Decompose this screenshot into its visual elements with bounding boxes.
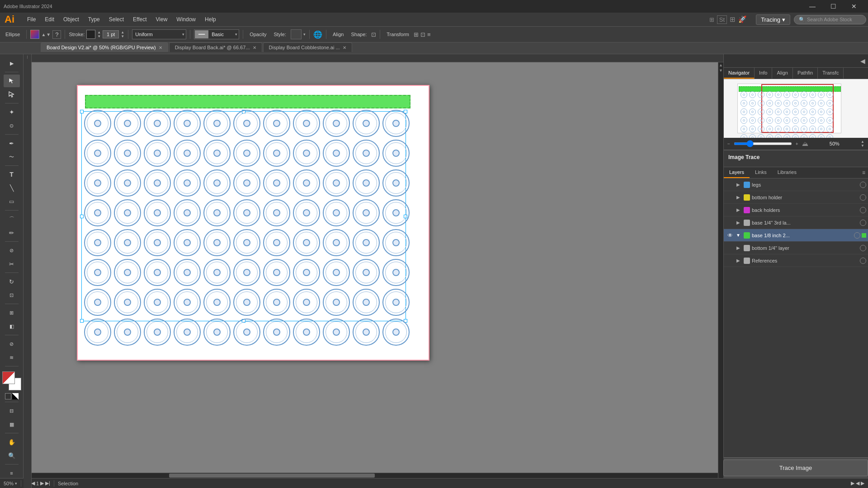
pen-tool[interactable]: ✒ — [4, 137, 20, 150]
zoom-val-up[interactable]: ▲ — [861, 140, 864, 144]
eraser-tool[interactable]: ⊘ — [4, 244, 20, 257]
layer-expand-legs[interactable]: ▶ — [735, 181, 742, 188]
layer-vis-base14-3rd[interactable] — [726, 218, 735, 227]
timeline-scroll-left[interactable]: ◀ — [856, 480, 859, 486]
layer-expand-bottom-holder[interactable]: ▶ — [735, 194, 742, 201]
minimize-button[interactable]: — — [802, 0, 823, 13]
layer-vis-back-holders[interactable] — [726, 206, 735, 215]
horizontal-scrollbar[interactable] — [32, 473, 718, 478]
earth-icon[interactable]: 🌐 — [313, 30, 322, 39]
question-icon[interactable]: ? — [52, 30, 61, 39]
layer-vis-legs[interactable] — [726, 180, 735, 189]
tab-0-close[interactable]: ✕ — [159, 45, 162, 50]
trace-image-button[interactable]: Trace Image — [723, 460, 868, 476]
fill-color-box[interactable] — [30, 30, 39, 39]
layer-expand-base14-3rd[interactable]: ▶ — [735, 219, 742, 226]
menu-file[interactable]: File — [23, 14, 40, 24]
zoom-slider[interactable] — [734, 142, 792, 145]
tab-1[interactable]: Display Board Back.ai* @ 66.67... ✕ — [169, 42, 262, 52]
fill-type-selector[interactable]: ━━ Basic ▾ — [194, 29, 239, 39]
measure-tool[interactable]: ≋ — [4, 351, 20, 364]
tab-layers[interactable]: Layers — [724, 167, 750, 178]
style-color-box[interactable] — [291, 29, 302, 39]
tab-libraries[interactable]: Libraries — [772, 167, 802, 178]
fill-type-dropdown[interactable]: ▾ — [234, 32, 239, 37]
rotate-tool[interactable]: ↻ — [4, 275, 20, 288]
tracing-button[interactable]: Tracing ▾ — [756, 14, 790, 25]
tab-info[interactable]: Info — [755, 68, 772, 79]
magic-wand-tool[interactable]: ✦ — [4, 106, 20, 118]
tab-transform[interactable]: Transfc — [818, 68, 844, 79]
stock-search[interactable]: 🔍 Search Adobe Stock — [794, 15, 866, 24]
close-button[interactable]: ✕ — [844, 0, 864, 13]
tab-align[interactable]: Align — [772, 68, 793, 79]
sel-handle-bl[interactable] — [80, 319, 84, 323]
artboard-tool[interactable]: ⊟ — [4, 404, 20, 417]
fill-arrow-down[interactable]: ▼ — [46, 32, 51, 37]
layer-expand-references[interactable]: ▶ — [735, 257, 742, 264]
layer-item-base18-2[interactable]: 👁 ▼ base 1/8 inch 2... — [724, 229, 868, 242]
artboard-last[interactable]: ▶| — [45, 480, 50, 486]
expand-tools[interactable]: ≡ — [4, 467, 20, 479]
menu-object[interactable]: Object — [59, 14, 84, 24]
tab-links[interactable]: Links — [750, 167, 772, 178]
scale-tool[interactable]: ⊡ — [4, 289, 20, 301]
stroke-type-selector[interactable]: Uniform ▾ — [132, 29, 186, 39]
color-mode-bw[interactable] — [12, 393, 19, 399]
stroke-arrow-up[interactable]: ▲ — [97, 30, 101, 34]
layer-vis-base18-2[interactable]: 👁 — [726, 231, 735, 240]
play-icon[interactable]: ▶ — [851, 480, 854, 486]
paintbrush-tool[interactable]: ⌒ — [4, 213, 20, 225]
stroke-pt-up[interactable]: ▲ — [121, 30, 124, 34]
style-dropdown[interactable]: ▾ — [303, 32, 306, 37]
fill-arrow-up[interactable]: ▲ — [41, 32, 46, 37]
tab-1-close[interactable]: ✕ — [253, 45, 256, 50]
artboard-next[interactable]: ▶ — [40, 480, 44, 486]
tab-2-close[interactable]: ✕ — [343, 45, 346, 50]
layer-vis-bottom14[interactable] — [726, 244, 735, 253]
panel-toggle-top[interactable]: ▶ — [4, 57, 20, 70]
layer-item-legs[interactable]: ▶ legs — [724, 178, 868, 191]
tab-navigator[interactable]: Navigator — [724, 68, 755, 79]
menu-help[interactable]: Help — [200, 14, 221, 24]
vertical-scrollbar[interactable]: ▲ ▼ — [718, 62, 723, 483]
zoom-tool[interactable]: 🔍 — [4, 449, 20, 462]
shape-builder-tool[interactable]: ⊞ — [4, 306, 20, 319]
menu-view[interactable]: View — [151, 14, 172, 24]
stroke-width-input[interactable] — [103, 30, 119, 38]
layer-item-references[interactable]: ▶ References — [724, 254, 868, 267]
stroke-color-box[interactable] — [86, 30, 95, 39]
artboard-prev[interactable]: ◀ — [31, 480, 35, 486]
transform-icon[interactable]: ⊞ — [414, 31, 419, 38]
layer-vis-references[interactable] — [726, 256, 735, 265]
layer-expand-bottom14[interactable]: ▶ — [735, 244, 742, 252]
layer-expand-back-holders[interactable]: ▶ — [735, 206, 742, 214]
collapse-panel-btn[interactable]: ◀ — [860, 57, 865, 65]
fill-well[interactable] — [2, 371, 15, 384]
color-mode-none[interactable] — [5, 393, 11, 399]
lasso-tool[interactable]: ⊙ — [4, 119, 20, 132]
zoom-in-icon[interactable]: + — [796, 141, 798, 146]
timeline-scroll-right[interactable]: ▶ — [861, 480, 864, 486]
menu-select[interactable]: Select — [104, 14, 128, 24]
stroke-type-dropdown[interactable]: ▾ — [181, 32, 186, 37]
scroll-down-arrow[interactable]: ▼ — [718, 68, 723, 73]
zoom-control[interactable]: 50% ▾ — [4, 481, 17, 486]
zoom-val-down[interactable]: ▼ — [861, 144, 864, 148]
menu-edit[interactable]: Edit — [40, 14, 59, 24]
graph-tool[interactable]: ▦ — [4, 418, 20, 431]
canvas-scroll[interactable] — [32, 62, 723, 488]
zoom-dropdown[interactable]: ▾ — [15, 481, 17, 486]
menu-window[interactable]: Window — [172, 14, 200, 24]
stroke-arrow-down[interactable]: ▼ — [97, 34, 101, 38]
direct-selection-tool[interactable] — [4, 88, 20, 101]
stroke-pt-down[interactable]: ▼ — [121, 34, 124, 38]
layer-item-base14-3rd[interactable]: ▶ base 1/4" 3rd la... — [724, 216, 868, 229]
layer-vis-bottom-holder[interactable] — [726, 193, 735, 202]
type-tool[interactable]: T — [4, 168, 20, 181]
rectangle-tool[interactable]: ▭ — [4, 195, 20, 208]
shape-options-icon[interactable]: ⊡ — [371, 31, 376, 38]
hand-tool[interactable]: ✋ — [4, 436, 20, 448]
zoom-out-icon[interactable]: − — [727, 141, 730, 146]
tab-0[interactable]: Board Design V2.ai* @ 50% (RGB/GPU Previ… — [41, 42, 168, 52]
